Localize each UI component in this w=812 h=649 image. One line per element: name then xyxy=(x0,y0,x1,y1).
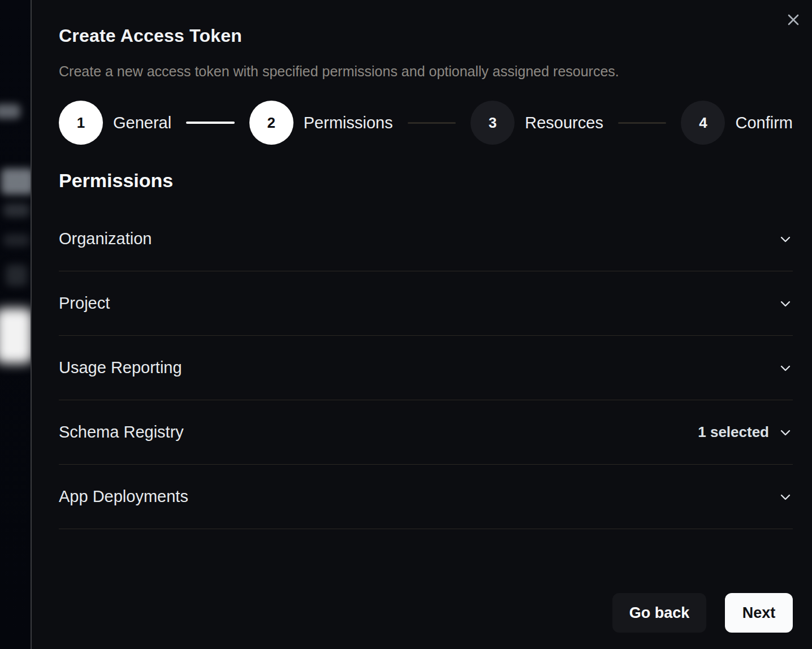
page-backdrop xyxy=(0,0,31,649)
step-label: Resources xyxy=(525,114,603,132)
next-button[interactable]: Next xyxy=(725,593,793,633)
chevron-down-icon xyxy=(778,296,793,311)
accordion-row-usage-reporting[interactable]: Usage Reporting xyxy=(59,336,793,400)
accordion-row-label: Project xyxy=(59,294,110,313)
blurred-background-item xyxy=(6,265,27,286)
accordion-row-project[interactable]: Project xyxy=(59,271,793,336)
step-label: General xyxy=(113,114,171,132)
chevron-down-icon xyxy=(778,361,793,375)
step-number-badge: 1 xyxy=(59,101,103,145)
chevron-down-icon xyxy=(778,490,793,504)
accordion-row-schema-registry[interactable]: Schema Registry 1 selected xyxy=(59,400,793,465)
modal-subtitle: Create a new access token with specified… xyxy=(59,63,793,79)
close-icon xyxy=(785,12,801,28)
blurred-background-item xyxy=(3,234,29,246)
step-confirm[interactable]: 4 Confirm xyxy=(681,101,793,145)
wizard-stepper: 1 General 2 Permissions 3 Resources 4 Co… xyxy=(59,101,793,145)
selected-count-badge: 1 selected xyxy=(698,423,769,441)
step-connector xyxy=(408,122,456,124)
blurred-background-item xyxy=(1,168,31,194)
accordion-row-organization[interactable]: Organization xyxy=(59,207,793,271)
step-label: Permissions xyxy=(304,114,393,132)
modal-footer: Go back Next xyxy=(612,593,793,633)
chevron-down-icon xyxy=(778,232,793,246)
step-permissions[interactable]: 2 Permissions xyxy=(249,101,393,145)
step-resources[interactable]: 3 Resources xyxy=(470,101,603,145)
permissions-accordion: Organization Project Usage Reporting xyxy=(59,207,793,529)
step-general[interactable]: 1 General xyxy=(59,101,171,145)
step-number-badge: 3 xyxy=(470,101,515,145)
accordion-row-label: Schema Registry xyxy=(59,423,184,442)
step-connector xyxy=(618,122,667,124)
section-heading-permissions: Permissions xyxy=(59,170,793,191)
accordion-row-label: Usage Reporting xyxy=(59,358,182,377)
accordion-row-label: App Deployments xyxy=(59,487,188,506)
page-title: Create Access Token xyxy=(59,26,793,45)
step-connector-active xyxy=(186,122,235,124)
step-number-badge: 4 xyxy=(681,101,725,145)
step-label: Confirm xyxy=(735,114,793,132)
blurred-background-item xyxy=(0,104,20,119)
blurred-background-card xyxy=(0,308,31,364)
go-back-button[interactable]: Go back xyxy=(612,593,706,633)
close-button[interactable] xyxy=(784,10,803,29)
create-access-token-modal: Create Access Token Create a new access … xyxy=(31,0,812,649)
accordion-row-label: Organization xyxy=(59,230,152,248)
accordion-row-app-deployments[interactable]: App Deployments xyxy=(59,465,793,529)
blurred-background-item xyxy=(3,204,29,217)
chevron-down-icon xyxy=(778,425,793,440)
step-number-badge: 2 xyxy=(249,101,293,145)
